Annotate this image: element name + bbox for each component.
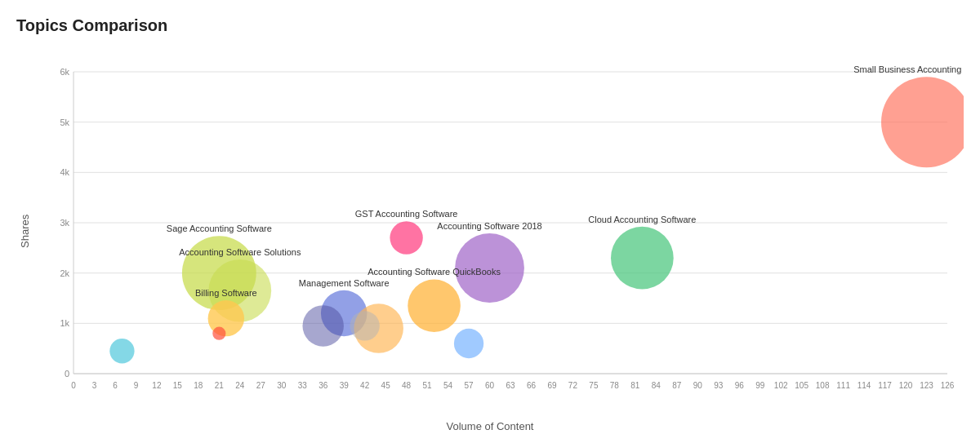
y-axis-label: Shares — [16, 43, 33, 419]
svg-text:9: 9 — [134, 381, 139, 390]
svg-text:0: 0 — [65, 369, 69, 379]
svg-text:48: 48 — [402, 381, 412, 390]
svg-text:3: 3 — [92, 381, 97, 390]
svg-text:120: 120 — [899, 381, 913, 390]
svg-text:96: 96 — [735, 381, 745, 390]
svg-text:3k: 3k — [60, 218, 69, 228]
svg-text:Billing Software: Billing Software — [195, 288, 257, 298]
chart-area: Shares 01k2k3k4k5k6k03691215182124273033… — [16, 43, 964, 419]
svg-text:102: 102 — [774, 381, 788, 390]
svg-point-79 — [350, 311, 379, 340]
svg-point-78 — [302, 305, 343, 346]
svg-text:GST Accounting Software: GST Accounting Software — [355, 209, 458, 219]
svg-point-82 — [454, 329, 483, 358]
svg-text:39: 39 — [340, 381, 350, 390]
svg-text:51: 51 — [423, 381, 433, 390]
svg-text:24: 24 — [235, 381, 245, 390]
svg-text:75: 75 — [589, 381, 599, 390]
svg-point-65 — [390, 221, 422, 254]
svg-text:66: 66 — [527, 381, 537, 390]
svg-text:108: 108 — [816, 381, 830, 390]
svg-text:33: 33 — [298, 381, 308, 390]
svg-text:42: 42 — [360, 381, 370, 390]
svg-text:30: 30 — [277, 381, 287, 390]
svg-text:Management Software: Management Software — [299, 278, 390, 288]
svg-text:57: 57 — [464, 381, 474, 390]
svg-text:4k: 4k — [60, 167, 69, 177]
svg-text:12: 12 — [152, 381, 162, 390]
svg-text:15: 15 — [173, 381, 183, 390]
svg-text:Accounting Software 2018: Accounting Software 2018 — [437, 221, 541, 231]
svg-point-67 — [408, 279, 461, 332]
svg-text:Sage Accounting Software: Sage Accounting Software — [167, 224, 272, 233]
svg-text:105: 105 — [795, 381, 808, 390]
svg-text:Small Business Accounting Soft: Small Business Accounting Software — [853, 64, 964, 74]
svg-text:18: 18 — [194, 381, 203, 390]
x-axis-label: Volume of Content — [16, 420, 964, 432]
chart-title: Topics Comparison — [16, 16, 964, 35]
svg-point-59 — [881, 77, 964, 167]
svg-text:0: 0 — [71, 381, 76, 390]
svg-text:81: 81 — [630, 381, 640, 390]
svg-text:63: 63 — [506, 381, 515, 390]
svg-text:126: 126 — [941, 381, 955, 390]
svg-text:Accounting Software Solutions: Accounting Software Solutions — [179, 247, 301, 257]
svg-text:111: 111 — [836, 381, 850, 390]
svg-point-81 — [212, 327, 225, 340]
bubble-chart-svg: 01k2k3k4k5k6k036912151821242730333639424… — [37, 43, 964, 419]
svg-text:6: 6 — [113, 381, 118, 390]
svg-text:78: 78 — [610, 381, 620, 390]
svg-text:36: 36 — [318, 381, 328, 390]
svg-text:69: 69 — [547, 381, 557, 390]
svg-point-61 — [611, 227, 674, 290]
chart-inner: 01k2k3k4k5k6k036912151821242730333639424… — [37, 43, 964, 419]
svg-text:123: 123 — [920, 381, 933, 390]
svg-text:6k: 6k — [60, 67, 69, 77]
svg-text:72: 72 — [568, 381, 578, 390]
svg-text:2k: 2k — [60, 268, 69, 278]
svg-text:99: 99 — [755, 381, 765, 390]
svg-text:114: 114 — [858, 381, 871, 390]
svg-text:60: 60 — [485, 381, 495, 390]
svg-text:87: 87 — [672, 381, 682, 390]
svg-text:84: 84 — [652, 381, 662, 390]
svg-text:90: 90 — [693, 381, 703, 390]
svg-text:27: 27 — [256, 381, 266, 390]
svg-text:Cloud Accounting Software: Cloud Accounting Software — [588, 215, 696, 224]
svg-text:117: 117 — [878, 381, 892, 390]
svg-text:93: 93 — [714, 381, 724, 390]
svg-text:45: 45 — [381, 381, 391, 390]
svg-text:54: 54 — [443, 381, 453, 390]
svg-text:1k: 1k — [60, 318, 69, 328]
svg-point-80 — [109, 339, 134, 363]
svg-text:5k: 5k — [60, 117, 69, 127]
svg-text:21: 21 — [215, 381, 225, 390]
chart-container: Topics Comparison Shares 01k2k3k4k5k6k03… — [0, 0, 980, 443]
svg-text:Accounting Software QuickBooks: Accounting Software QuickBooks — [368, 267, 501, 277]
